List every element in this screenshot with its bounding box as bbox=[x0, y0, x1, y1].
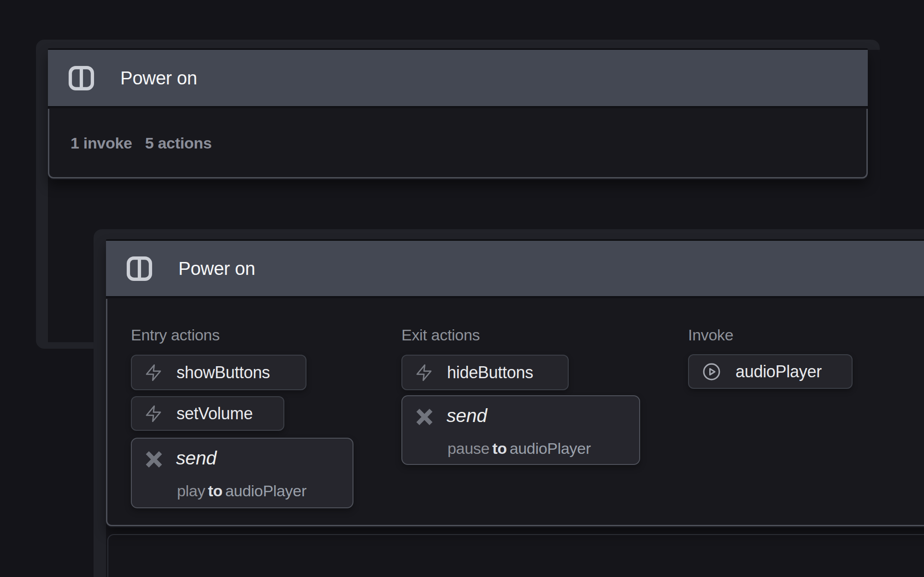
invoke-count-badge: 1 invoke bbox=[71, 134, 132, 152]
invoke-label-text: audioPlayer bbox=[736, 363, 822, 380]
state-card-power-on-collapsed[interactable]: Power on 1 invoke 5 actions bbox=[48, 50, 868, 180]
send-action-description: pausetoaudioPlayer bbox=[447, 440, 591, 456]
parallel-state-icon bbox=[67, 64, 95, 92]
parallel-state-icon bbox=[125, 255, 153, 283]
state-title: Power on bbox=[120, 69, 197, 87]
target-actor-name: audioPlayer bbox=[510, 440, 591, 457]
partial-element-below-card bbox=[107, 534, 924, 577]
send-action-label: send bbox=[176, 449, 217, 468]
state-card-summary-body: 1 invoke 5 actions bbox=[48, 109, 868, 178]
state-title: Power on bbox=[178, 259, 255, 278]
invoke-actor-audioPlayer[interactable]: audioPlayer bbox=[688, 354, 853, 389]
connector-text: to bbox=[205, 482, 225, 500]
entry-actions-label: Entry actions bbox=[131, 327, 220, 343]
play-circle-icon bbox=[701, 362, 722, 382]
send-action-description: playtoaudioPlayer bbox=[177, 483, 306, 499]
lightning-icon bbox=[144, 363, 163, 382]
event-name: pause bbox=[447, 440, 489, 457]
target-actor-name: audioPlayer bbox=[225, 482, 306, 500]
action-label: setVolume bbox=[177, 405, 253, 422]
xstate-icon bbox=[414, 406, 435, 428]
state-card-header[interactable]: Power on bbox=[106, 241, 924, 297]
action-label: showButtons bbox=[177, 364, 270, 381]
state-card-header[interactable]: Power on bbox=[48, 50, 868, 107]
exit-action-send-pause[interactable]: send pausetoaudioPlayer bbox=[401, 395, 640, 465]
entry-action-showButtons[interactable]: showButtons bbox=[131, 355, 306, 390]
action-label: hideButtons bbox=[447, 364, 533, 381]
actions-count-badge: 5 actions bbox=[145, 134, 212, 152]
exit-action-hideButtons[interactable]: hideButtons bbox=[401, 355, 569, 390]
state-card-power-on-expanded[interactable]: Power on Entry actions Exit actions Invo… bbox=[106, 241, 924, 528]
lightning-icon bbox=[415, 363, 433, 382]
connector-text: to bbox=[489, 440, 510, 457]
invoke-label: Invoke bbox=[688, 327, 733, 343]
state-machine-canvas: Power on 1 invoke 5 actions Power on Ent… bbox=[0, 0, 924, 577]
exit-actions-label: Exit actions bbox=[401, 327, 480, 343]
lightning-icon bbox=[144, 404, 163, 423]
send-action-label: send bbox=[447, 406, 487, 425]
entry-action-setVolume[interactable]: setVolume bbox=[131, 396, 284, 431]
state-summary: 1 invoke 5 actions bbox=[71, 109, 212, 177]
event-name: play bbox=[177, 482, 205, 500]
entry-action-send-play[interactable]: send playtoaudioPlayer bbox=[131, 438, 353, 508]
xstate-icon bbox=[143, 448, 165, 470]
